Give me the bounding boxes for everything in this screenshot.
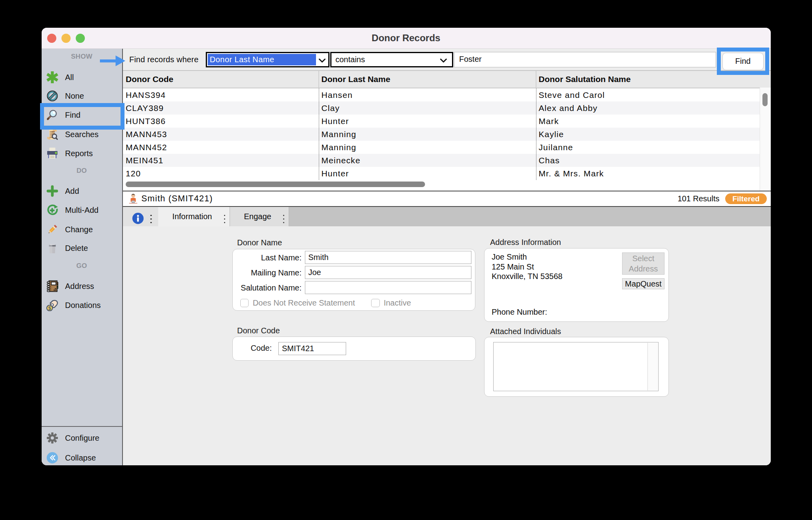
svg-text:$: $ [48,305,51,311]
